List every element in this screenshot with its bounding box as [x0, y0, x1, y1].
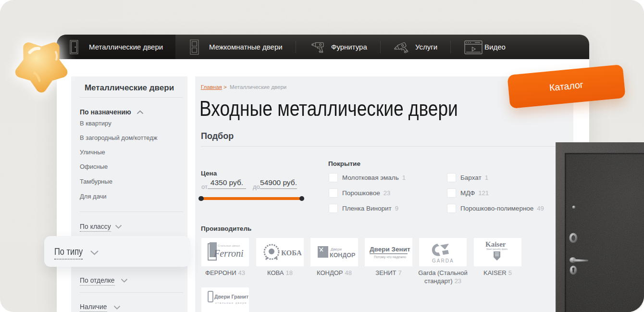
svg-text:стальные двери: стальные двери	[215, 301, 247, 304]
svg-text:КОБА: КОБА	[281, 249, 302, 257]
svg-text:Двери: Двери	[331, 247, 342, 251]
svg-text:Двери Зенит: Двери Зенит	[370, 246, 410, 253]
svg-text:КОНДОР: КОНДОР	[330, 252, 355, 259]
svg-text:Стальные двери: Стальные двери	[218, 244, 240, 247]
svg-text:Потому что надежно: Потому что надежно	[374, 255, 406, 259]
svg-text:Ferroni: Ferroni	[213, 248, 243, 259]
svg-text:GARDA: GARDA	[432, 258, 454, 263]
svg-text:Kaiser: Kaiser	[485, 240, 506, 248]
svg-text:Двери Гранит: Двери Гранит	[214, 294, 248, 300]
svg-text:Steel security doors: Steel security doors	[486, 248, 508, 250]
